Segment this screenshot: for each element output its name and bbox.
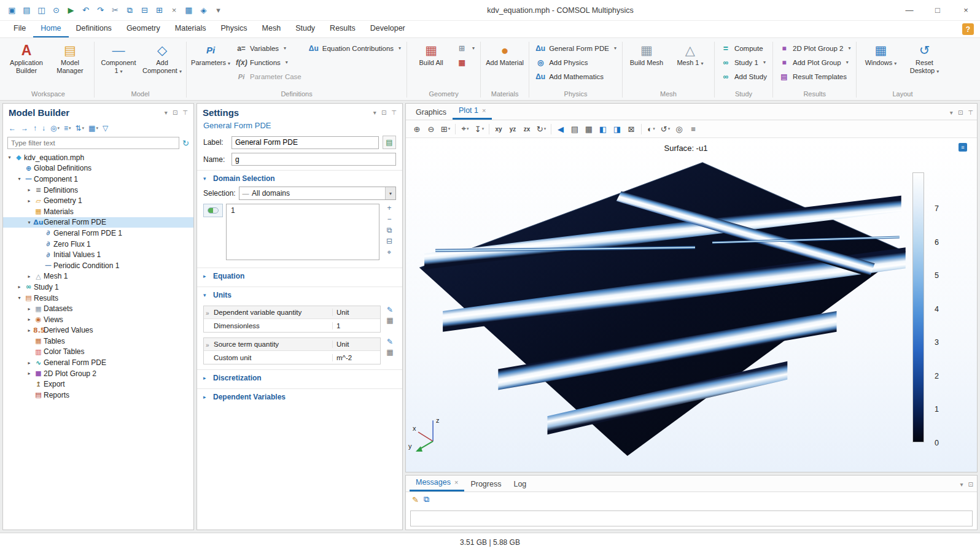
variables-button[interactable]: a= Variables: [233, 42, 304, 55]
tree-item-mesh-1[interactable]: ▸ △ Mesh 1: [3, 271, 193, 282]
tab-developer[interactable]: Developer: [363, 21, 413, 37]
table-icon[interactable]: ▦: [583, 122, 596, 136]
speaker-icon[interactable]: ◀: [554, 122, 567, 136]
add-mathematics-button[interactable]: Δu Add Mathematics: [532, 70, 619, 83]
reset-desktop-button[interactable]: ↺ Reset Desktop: [903, 40, 945, 77]
tree-item-general-form-pde[interactable]: ▾ Δu General Form PDE: [3, 217, 193, 228]
yz-view-icon[interactable]: yz: [507, 122, 519, 136]
search-icon[interactable]: ⊙: [49, 3, 63, 18]
close-tab-icon[interactable]: ×: [482, 104, 486, 118]
compute-icon[interactable]: ◈: [196, 3, 211, 18]
name-input[interactable]: [231, 153, 396, 166]
tree-item-kdv-equation[interactable]: ▾ ◆ kdv_equation.mph: [3, 152, 193, 163]
unit-value-cell[interactable]: m^-2: [332, 354, 380, 361]
tree-item-reports[interactable]: ▤ Reports: [3, 390, 193, 401]
float-icon[interactable]: ⊡: [968, 481, 973, 488]
zoom-extents-icon[interactable]: ⊞▾: [439, 122, 452, 136]
message-log-area[interactable]: [410, 511, 973, 526]
lock-icon[interactable]: ⊠: [625, 122, 638, 136]
zoom-selection-icon[interactable]: ⌖: [387, 248, 392, 256]
paste-icon[interactable]: ⊟: [138, 3, 152, 18]
filter-icon[interactable]: ▽: [103, 124, 109, 133]
duplicate-icon[interactable]: ⊞: [152, 3, 166, 18]
add-plot-group-button[interactable]: ■ Add Plot Group: [776, 56, 853, 69]
maximize-button[interactable]: □: [924, 0, 952, 20]
sort-icon[interactable]: ⇅▾: [76, 124, 85, 133]
tab-study[interactable]: Study: [288, 21, 322, 37]
tab-file[interactable]: File: [6, 21, 33, 37]
orbit-icon[interactable]: ↻▾: [535, 122, 548, 136]
tab-graphics[interactable]: Graphics: [410, 106, 453, 120]
tree-expander-icon[interactable]: ▸: [25, 274, 33, 279]
tree-item-geometry-1[interactable]: ▸ ▱ Geometry 1: [3, 195, 193, 206]
selection-dropdown[interactable]: — All domains ▾: [239, 187, 396, 200]
quantity-value-cell[interactable]: Custom unit: [204, 354, 332, 361]
equation-header[interactable]: ▸ Equation: [197, 268, 402, 284]
equation-contributions-button[interactable]: Δu Equation Contributions: [306, 42, 403, 55]
view-down-icon[interactable]: ↧▾: [473, 122, 486, 136]
tree-item-datasets[interactable]: ▸ ▦ Datasets: [3, 303, 193, 314]
tab-progress[interactable]: Progress: [464, 477, 507, 491]
tree-item-global-definitions[interactable]: ⊕ Global Definitions: [3, 163, 193, 174]
run-icon[interactable]: ▶: [64, 3, 78, 18]
split-vertical-icon[interactable]: ◨: [611, 122, 624, 136]
geometry-measure-button[interactable]: ▦: [454, 56, 477, 69]
node-text-icon[interactable]: ≡▾: [64, 124, 71, 133]
undo-icon[interactable]: ↶: [79, 3, 93, 18]
general-form-pde-button[interactable]: Δu General Form PDE: [532, 42, 619, 55]
functions-button[interactable]: f(x) Functions: [233, 56, 304, 69]
study-1-button[interactable]: ∞ Study 1: [718, 56, 769, 69]
tab-plot-1[interactable]: Plot 1 ×: [453, 104, 492, 120]
cut-icon[interactable]: ✂: [108, 3, 122, 18]
domain-selection-header[interactable]: ▾ Domain Selection: [197, 171, 402, 187]
tab-definitions[interactable]: Definitions: [69, 21, 119, 37]
back-icon[interactable]: ←: [9, 124, 17, 133]
panel-menu-icon[interactable]: ▾: [960, 481, 963, 488]
tree-expander-icon[interactable]: ▸: [15, 284, 23, 290]
xy-view-icon[interactable]: xy: [492, 122, 505, 136]
tree-item-general-form-pde-1[interactable]: ∂ General Form PDE 1: [3, 228, 193, 239]
tree-item-2d-plot-group-2[interactable]: ▸ ■ 2D Plot Group 2: [3, 368, 193, 379]
dependent-variables-header[interactable]: ▸ Dependent Variables: [197, 389, 402, 405]
unit-list-icon[interactable]: ▦: [386, 348, 393, 356]
active-toggle-button[interactable]: [203, 204, 223, 217]
dropdown-arrow-icon[interactable]: ▾: [385, 187, 395, 199]
show-icon[interactable]: ◎▾: [50, 124, 60, 133]
tree-expander-icon[interactable]: ▸: [25, 360, 33, 366]
panel-menu-icon[interactable]: ▾: [373, 109, 376, 116]
tree-expander-icon[interactable]: ▸: [25, 317, 33, 322]
tree-item-results-general-form-pde[interactable]: ▸ ∿ General Form PDE: [3, 357, 193, 368]
tab-materials[interactable]: Materials: [168, 21, 214, 37]
tree-item-materials[interactable]: ▦ Materials: [3, 206, 193, 217]
tab-physics[interactable]: Physics: [213, 21, 254, 37]
paste-selection-icon[interactable]: ⊟: [386, 237, 392, 245]
compute-button[interactable]: = Compute: [718, 42, 769, 55]
tree-item-export[interactable]: ↥ Export: [3, 379, 193, 390]
copy-log-icon[interactable]: ⧉: [424, 495, 429, 504]
plot-canvas[interactable]: Surface: -u1: [406, 138, 977, 472]
domain-list-item[interactable]: 1: [231, 206, 375, 215]
tab-results[interactable]: Results: [322, 21, 363, 37]
move-down-icon[interactable]: ↓: [42, 124, 46, 133]
tab-log[interactable]: Log: [507, 477, 532, 491]
add-physics-button[interactable]: ◎ Add Physics: [532, 56, 619, 69]
tree-item-tables[interactable]: ▦ Tables: [3, 336, 193, 347]
tree-item-component-1[interactable]: ▾ — Component 1: [3, 174, 193, 185]
edit-quantity-icon[interactable]: ✎: [387, 306, 393, 314]
tree-item-views[interactable]: ▸ ◉ Views: [3, 314, 193, 325]
result-templates-button[interactable]: ▤ Result Templates: [776, 70, 853, 83]
geometry-import-button[interactable]: ⊞: [454, 42, 477, 55]
add-selection-icon[interactable]: +: [387, 204, 391, 212]
float-icon[interactable]: ⊡: [381, 109, 386, 116]
tree-expander-icon[interactable]: ▾: [15, 295, 23, 301]
legend-toggle-icon[interactable]: ≡: [959, 143, 967, 152]
zoom-out-icon[interactable]: ⊖: [425, 122, 438, 136]
redo-icon[interactable]: ↷: [93, 3, 107, 18]
delete-icon[interactable]: ×: [167, 3, 181, 18]
mesh-1-button[interactable]: △ Mesh 1: [669, 40, 711, 69]
image-icon[interactable]: ▤: [569, 122, 581, 136]
windows-button[interactable]: ▦ Windows: [860, 40, 901, 69]
equation-view-button[interactable]: ▤: [383, 136, 396, 149]
close-button[interactable]: ×: [952, 0, 980, 20]
unit-value-cell[interactable]: 1: [332, 322, 380, 329]
